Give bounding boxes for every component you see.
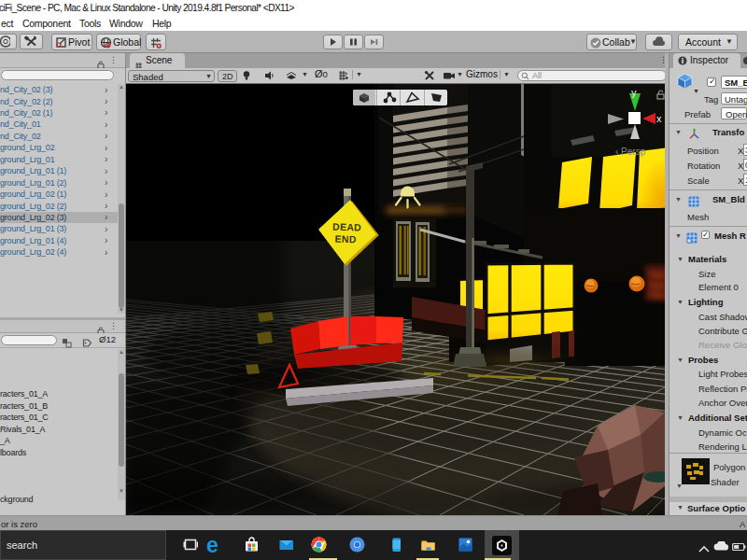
svg-text:x: x <box>656 113 662 124</box>
svg-text:END: END <box>334 233 357 245</box>
svg-text:DEAD: DEAD <box>332 220 361 232</box>
svg-text:y: y <box>631 87 637 98</box>
svg-text:‹ Persp: ‹ Persp <box>615 147 646 157</box>
